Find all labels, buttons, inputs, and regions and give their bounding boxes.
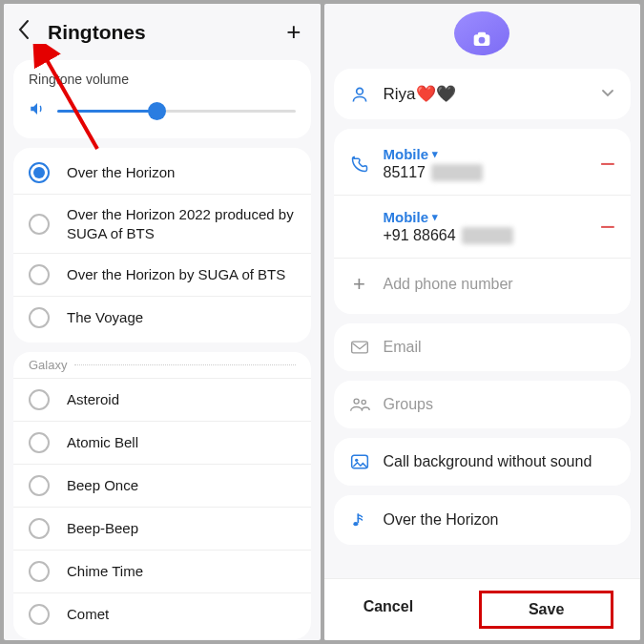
add-phone-row[interactable]: +Add phone number (334, 258, 632, 310)
ringtone-label: The Voyage (67, 308, 143, 327)
plus-icon: + (349, 272, 370, 297)
avatar-section (324, 4, 641, 69)
person-icon (349, 85, 370, 104)
phone-number: +91 88664 (384, 227, 587, 244)
radio-button[interactable] (29, 561, 50, 582)
contact-ringtone-row[interactable]: Over the Horizon (334, 499, 632, 541)
radio-button[interactable] (29, 475, 50, 496)
ringtone-label: Asteroid (67, 390, 119, 409)
radio-button[interactable] (29, 518, 50, 539)
ringtone-row[interactable]: Over the Horizon by SUGA of BTS (13, 253, 311, 296)
volume-slider[interactable] (57, 101, 296, 120)
contact-name: Riya❤️🖤 (384, 84, 588, 104)
email-icon (349, 340, 370, 355)
ringtone-label: Chime Time (67, 562, 143, 581)
add-ringtone-button[interactable]: + (280, 17, 306, 47)
radio-button[interactable] (29, 432, 50, 453)
cancel-button[interactable]: Cancel (324, 591, 453, 629)
svg-point-10 (353, 522, 358, 526)
save-button[interactable]: Save (479, 591, 613, 629)
radio-button[interactable] (29, 307, 50, 328)
ringtone-list-default: Over the HorizonOver the Horizon 2022 pr… (13, 148, 311, 343)
phone-type[interactable]: Mobile ▾ (384, 209, 587, 225)
music-icon (349, 510, 370, 530)
ringtone-label: Comet (67, 605, 109, 624)
svg-point-4 (356, 88, 363, 94)
ringtone-row[interactable]: Atomic Bell (13, 421, 311, 464)
bottom-action-bar: Cancel Save (324, 578, 641, 640)
ringtone-label: Over the Horizon by SUGA of BTS (67, 265, 285, 284)
svg-point-7 (362, 400, 365, 404)
email-row[interactable]: Email (334, 327, 632, 367)
phone-icon (349, 155, 370, 174)
phone-type[interactable]: Mobile ▾ (384, 146, 587, 162)
ringtone-label: Atomic Bell (67, 433, 138, 452)
speaker-icon (29, 100, 46, 121)
ringtone-row[interactable]: The Voyage (13, 296, 311, 339)
image-icon (349, 453, 370, 470)
svg-point-9 (355, 459, 358, 462)
svg-rect-5 (351, 342, 367, 353)
ringtone-row[interactable]: Asteroid (13, 378, 311, 421)
phone-number: 85117 (384, 164, 587, 181)
camera-icon (472, 31, 491, 47)
chevron-down-icon[interactable] (600, 85, 615, 104)
radio-button[interactable] (29, 389, 50, 410)
volume-card: Ringtone volume (13, 60, 311, 138)
page-title: Ringtones (48, 21, 280, 44)
redacted (462, 227, 513, 244)
volume-label: Ringtone volume (29, 72, 296, 87)
edit-contact-screen: Riya❤️🖤 Mobile ▾85117 −Mobile ▾+91 88664… (324, 4, 641, 640)
radio-button[interactable] (29, 604, 50, 625)
ringtone-row[interactable]: Beep-Beep (13, 507, 311, 550)
name-row[interactable]: Riya❤️🖤 (334, 73, 632, 115)
groups-row[interactable]: Groups (334, 384, 632, 425)
avatar-button[interactable] (454, 11, 509, 55)
ringtones-header: Ringtones + (4, 4, 321, 56)
ringtone-label: Beep-Beep (67, 519, 138, 538)
ringtone-row[interactable]: Comet (13, 592, 311, 635)
phone-row[interactable]: Mobile ▾+91 88664 − (334, 195, 632, 258)
radio-button[interactable] (29, 162, 50, 183)
back-button[interactable] (17, 19, 42, 46)
ringtone-row[interactable]: Over the Horizon 2022 produced by SUGA o… (13, 194, 311, 253)
ringtones-screen: Ringtones + Ringtone volume Over the Hor… (4, 4, 321, 640)
svg-point-6 (354, 399, 359, 404)
ringtone-row[interactable]: Beep Once (13, 464, 311, 507)
call-background-row[interactable]: Call background without sound (334, 442, 632, 482)
section-header-galaxy: Galaxy (13, 352, 311, 378)
radio-button[interactable] (29, 264, 50, 285)
ringtone-row[interactable]: Chime Time (13, 550, 311, 592)
redacted (431, 164, 483, 181)
ringtone-label: Beep Once (67, 476, 138, 495)
ringtone-list-galaxy: Galaxy AsteroidAtomic BellBeep OnceBeep-… (13, 352, 311, 639)
svg-rect-3 (478, 31, 486, 35)
ringtone-row[interactable]: Over the Horizon (13, 152, 311, 194)
ringtone-label: Over the Horizon (67, 163, 175, 182)
radio-button[interactable] (29, 214, 50, 235)
groups-icon (349, 396, 370, 413)
phones-card: Mobile ▾85117 −Mobile ▾+91 88664 −+Add p… (334, 129, 632, 314)
phone-row[interactable]: Mobile ▾85117 − (334, 133, 632, 195)
ringtone-label: Over the Horizon 2022 produced by SUGA o… (67, 205, 296, 242)
svg-point-2 (479, 36, 486, 43)
